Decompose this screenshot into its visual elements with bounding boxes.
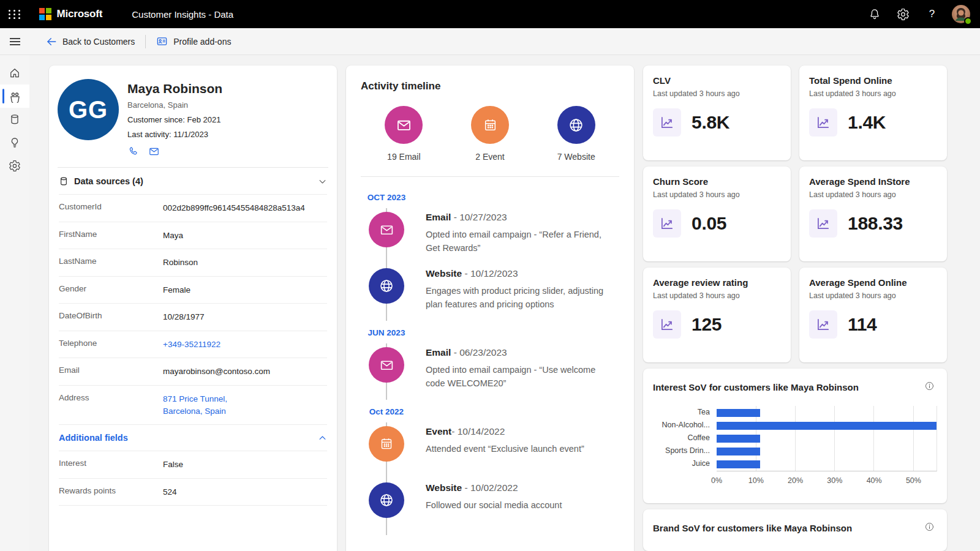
trend-chart-icon [809,209,837,238]
timeline-connector [361,208,426,264]
field-label: Gender [59,284,163,293]
kpi-title: Average review rating [653,277,781,288]
database-icon [59,176,69,186]
trend-chart-icon [653,108,681,137]
bar-row [717,458,937,471]
app-title: Customer Insights - Data [132,9,233,20]
main-content: GG Maya Robinson Barcelona, Spain Custom… [29,55,980,551]
bar[interactable] [717,422,937,430]
sidebar-item[interactable] [0,108,29,131]
settings-gear-icon[interactable] [889,0,918,28]
field-label: Telephone [59,339,163,348]
kpi-card: Average Spend Online Last updated 3 hour… [799,268,947,362]
help-icon[interactable]: ? [918,0,946,28]
bar[interactable] [717,435,760,443]
activity-summary-label: 2 Event [475,152,504,162]
activity-summary-label: 19 Email [387,152,420,162]
presence-badge [964,17,972,25]
sidebar-item[interactable] [0,131,29,154]
field-row: LastName Robinson [59,249,327,276]
account-button[interactable] [946,0,975,28]
activity-type-circle [471,106,509,144]
timeline-event: Website - 10/02/2022 Followed our social… [361,479,619,535]
event-heading: Email - 10/27/2023 [426,212,617,223]
timeline-connector [361,479,426,535]
info-icon[interactable] [922,519,937,534]
additional-fields-table: Interest False Rewards points 524 [59,451,327,506]
timeline-connector [361,422,426,479]
field-label: Interest [59,459,163,468]
field-label: FirstName [59,230,163,239]
data-icon [9,113,21,126]
top-app-bar: Microsoft Customer Insights - Data ? [0,0,980,28]
field-value: +349-35211922 [163,339,221,351]
kpi-updated: Last updated 3 hours ago [653,190,781,199]
info-icon[interactable] [922,378,937,394]
timeline-event: Email - 10/27/2023 Opted into email camp… [361,208,619,264]
kpi-value: 1.4K [848,112,886,133]
field-row: Email mayarobinson@contoso.com [59,358,327,385]
kpi-grid: CLV Last updated 3 hours ago 5.8K Total … [643,66,947,362]
timeline-group: OCT 2023 Email - 10/27/2023 [361,186,619,264]
hamburger-menu-icon[interactable] [0,28,29,55]
event-heading: Email - 06/23/2023 [426,347,617,358]
kpi-value: 188.33 [848,213,903,234]
y-axis-label: Tea [653,406,710,419]
field-value: 10/28/1977 [163,311,205,323]
kpi-updated: Last updated 3 hours ago [809,291,937,300]
data-sources-header: Data sources (4) [49,168,337,194]
bar[interactable] [717,409,760,417]
bar[interactable] [717,460,760,468]
event-type-circle [369,212,404,247]
activity-summary-item[interactable]: 7 Website [533,106,619,162]
x-axis-tick: 40% [867,476,882,485]
y-axis-label: Coffee [653,432,710,444]
activity-summary-item[interactable]: 2 Event [447,106,533,162]
y-axis-label: Juice [653,457,710,470]
mail-icon [379,358,394,373]
sidebar-item[interactable] [0,154,29,178]
kpi-card: CLV Last updated 3 hours ago 5.8K [643,66,791,160]
event-description: Engages with product pricing slider, adj… [426,284,617,312]
event-type-circle [369,426,404,462]
chevron-down-icon[interactable] [318,177,327,186]
mail-icon[interactable] [148,146,160,157]
y-axis-label: Non-Alcohol... [653,419,710,432]
globe-icon [568,117,584,133]
field-value: Female [163,284,190,296]
timeline-group: Oct 2022 Event- 10/14/2022 [361,400,619,479]
event-description: Followed our social media account [426,498,617,512]
chart-y-axis: TeaNon-Alcohol...CoffeeSports Drin...Jui… [653,406,717,486]
data-sources-table: CustomerId 002d2b899ffc96145455484828a51… [49,194,337,424]
event-heading: Website - 10/02/2022 [426,482,617,493]
kpi-card: Average Spend InStore Last updated 3 hou… [799,167,947,261]
back-to-customers-button[interactable]: Back to Customers [46,36,135,47]
event-type-circle [369,268,404,304]
customer-profile-card: GG Maya Robinson Barcelona, Spain Custom… [49,66,337,551]
sidebar-item[interactable] [0,84,29,108]
kpi-card: Average review rating Last updated 3 hou… [643,268,791,362]
sidebar-item[interactable] [0,61,29,84]
kpi-updated: Last updated 3 hours ago [809,190,937,199]
timeline-event: Website - 10/12/2023 Engages with produc… [361,264,619,321]
app-launcher-icon[interactable] [0,0,29,28]
kpi-title: Average Spend Online [809,277,937,288]
brand-chart-title: Brand SoV for customers like Maya Robins… [653,519,852,533]
measures-column: CLV Last updated 3 hours ago 5.8K Total … [643,66,947,551]
kpi-card: Churn Score Last updated 3 hours ago 0.0… [643,167,791,261]
interest-chart-title: Interest SoV for customers like Maya Rob… [653,378,859,392]
home-icon [9,67,21,79]
customer-name: Maya Robinson [127,81,222,96]
field-value: 871 Price Tunnel, Barcelona, Spain [163,393,227,417]
timeline-group: JUN 2023 Email - 06/23/2023 [361,321,619,400]
bell-icon[interactable] [860,0,889,28]
profile-addons-button[interactable]: Profile add-ons [156,36,231,47]
kpi-value: 125 [692,314,722,335]
additional-fields-toggle[interactable]: Additional fields [59,424,327,451]
bar[interactable] [717,448,760,455]
activity-summary-item[interactable]: 19 Email [361,106,447,162]
activity-timeline-card: Activity timeline 19 Email [346,66,634,551]
last-activity: Last activity: 11/1/2023 [127,130,222,139]
bar-series [717,407,937,471]
phone-icon[interactable] [127,146,139,157]
